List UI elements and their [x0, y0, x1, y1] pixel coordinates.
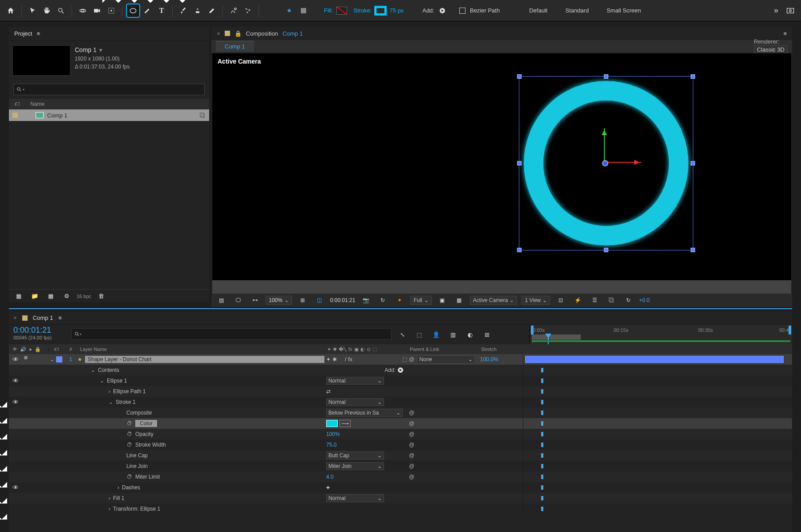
- lock-icon[interactable]: 🔒: [235, 30, 242, 37]
- viewer-comp-link[interactable]: Comp 1: [283, 30, 303, 37]
- twirl-icon[interactable]: ⌄: [50, 356, 54, 363]
- workspace-default[interactable]: Default: [521, 4, 555, 17]
- prop-dashes[interactable]: 👁 ›Dashes +: [9, 482, 792, 493]
- interpret-footage-icon[interactable]: ▦: [12, 290, 25, 302]
- flowchart-icon[interactable]: ⿻: [605, 294, 618, 306]
- stretch-value[interactable]: 100.0%: [478, 356, 523, 363]
- close-tab-icon[interactable]: ×: [217, 30, 220, 37]
- show-snapshot-icon[interactable]: ↻: [376, 294, 389, 306]
- pickwhip-icon[interactable]: @: [409, 410, 414, 416]
- solo-icon[interactable]: [24, 356, 28, 359]
- prop-miter-limit[interactable]: ⏱Miter Limit 4.0 @: [9, 472, 792, 482]
- comp-thumbnail[interactable]: [12, 45, 70, 76]
- hand-tool-icon[interactable]: [40, 4, 53, 17]
- transparency-grid-icon[interactable]: ▦: [453, 294, 465, 306]
- snapping-icon[interactable]: [297, 4, 310, 17]
- prop-stroke[interactable]: 👁 ⌄Stroke 1 Normal⌄: [9, 397, 792, 407]
- flowchart-icon[interactable]: ⿻: [200, 112, 206, 119]
- camera-tool-icon[interactable]: [91, 4, 103, 17]
- col-name-header[interactable]: Name: [30, 101, 44, 107]
- exposure-value[interactable]: +0.0: [639, 297, 650, 303]
- toggle-device-icon[interactable]: 🖵: [232, 294, 244, 306]
- graph-editor-icon[interactable]: ⊞: [481, 328, 493, 341]
- project-panel-title[interactable]: Project: [14, 30, 32, 37]
- magnification-dropdown[interactable]: 100% ⌄: [266, 296, 292, 305]
- motion-blur-icon[interactable]: ◐: [464, 328, 476, 341]
- view-count-dropdown[interactable]: 1 View ⌄: [522, 296, 550, 305]
- bezier-checkbox[interactable]: [459, 8, 465, 14]
- comp-mini-flowchart-icon[interactable]: ⤡: [396, 328, 409, 341]
- frame-blend-icon[interactable]: ▥: [447, 328, 459, 341]
- project-search-input[interactable]: ▾: [13, 84, 205, 95]
- stopwatch-icon[interactable]: ⏱: [126, 420, 133, 427]
- guides-icon[interactable]: ◫: [313, 294, 326, 306]
- eraser-tool-icon[interactable]: [206, 4, 218, 17]
- view-mode-dropdown[interactable]: Active Camera ⌄: [470, 296, 518, 305]
- panel-search-icon[interactable]: [784, 4, 797, 17]
- panel-menu-icon[interactable]: ≡: [36, 30, 40, 37]
- prop-ellipse[interactable]: 👁 ⌄Ellipse 1 Normal⌄: [9, 375, 792, 386]
- blend-mode-dropdown[interactable]: Normal⌄: [326, 377, 384, 385]
- star-icon[interactable]: ★: [283, 4, 295, 17]
- color-swatch[interactable]: [326, 420, 338, 427]
- 3d-switch-icon[interactable]: ⬚: [402, 356, 407, 363]
- selection-tool-icon[interactable]: [26, 4, 39, 17]
- eye-icon[interactable]: 👁: [12, 356, 19, 363]
- prop-fill[interactable]: ›Fill 1 Normal⌄: [9, 493, 792, 504]
- add-play-icon[interactable]: [436, 4, 449, 17]
- add-dash-icon[interactable]: +: [326, 484, 330, 491]
- trash-icon[interactable]: 🗑: [95, 290, 107, 302]
- playhead[interactable]: [548, 334, 549, 344]
- parent-dropdown[interactable]: None⌄: [417, 355, 475, 363]
- new-folder-icon[interactable]: 📁: [28, 290, 41, 302]
- prop-stroke-width[interactable]: ⏱Stroke Width 75.0 @: [9, 439, 792, 450]
- grid-icon[interactable]: ⊞: [296, 294, 309, 306]
- clone-stamp-tool-icon[interactable]: [191, 4, 204, 17]
- layer-duration-bar[interactable]: [525, 356, 784, 363]
- roi-icon[interactable]: ▣: [436, 294, 449, 306]
- stroke-width-value[interactable]: 75 px: [389, 7, 404, 14]
- label-color[interactable]: [56, 356, 62, 363]
- prop-contents[interactable]: ⌄Contents Add:: [9, 365, 792, 375]
- prop-ellipse-path[interactable]: ›Ellipse Path 1 ⇄: [9, 386, 792, 397]
- new-comp-icon[interactable]: ▩: [44, 290, 57, 302]
- draft-3d-icon[interactable]: ⬚: [413, 328, 425, 341]
- prop-opacity[interactable]: ⏱Opacity 100% @: [9, 429, 792, 439]
- timeline-search-input[interactable]: ▾: [71, 328, 392, 340]
- viewport[interactable]: Active Camera: [212, 53, 791, 280]
- work-area[interactable]: [532, 335, 581, 340]
- pickwhip-icon[interactable]: @: [409, 356, 414, 363]
- current-time[interactable]: 0:00:01:21: [330, 297, 356, 303]
- panel-menu-icon[interactable]: ≡: [783, 30, 787, 37]
- snapshot-icon[interactable]: 📷: [360, 294, 372, 306]
- reset-exposure-icon[interactable]: ↻: [622, 294, 635, 306]
- channel-icon[interactable]: ✦: [393, 294, 406, 306]
- constrain-icon[interactable]: ⇄: [326, 388, 331, 395]
- toggle-mask-icon[interactable]: 👓: [249, 294, 261, 306]
- eyedropper-icon[interactable]: ⟿: [340, 420, 351, 427]
- stroke-swatch[interactable]: [375, 7, 386, 15]
- zoom-tool-icon[interactable]: [55, 4, 67, 17]
- puppet-tool-icon[interactable]: [242, 4, 254, 17]
- layer-row[interactable]: 👁 ⌄ 1 ★ Shape Layer - Donut Chart ✦✱/fx⬚…: [9, 354, 792, 365]
- bpc-label[interactable]: 16 bpc: [77, 294, 91, 299]
- toggle-alpha-icon[interactable]: ▤: [215, 294, 227, 306]
- time-ruler[interactable]: 0:00s 00:15s 00:30s 00:4: [530, 325, 792, 344]
- fast-preview-icon[interactable]: ⚡: [571, 294, 584, 306]
- tag-icon[interactable]: 🏷: [14, 101, 20, 107]
- layer-name[interactable]: Shape Layer - Donut Chart: [85, 356, 324, 363]
- home-icon[interactable]: [4, 4, 17, 17]
- overflow-icon[interactable]: »: [770, 4, 782, 17]
- shy-icon[interactable]: 👤: [430, 328, 442, 341]
- orbit-tool-icon[interactable]: [77, 4, 89, 17]
- project-item-row[interactable]: Comp 1 ⿻: [9, 109, 209, 121]
- prop-composite[interactable]: Composite Below Previous in Sa⌄ @: [9, 407, 792, 418]
- resolution-dropdown[interactable]: Full ⌄: [410, 296, 431, 305]
- prop-transform-ellipse[interactable]: ›Transform: Ellipse 1: [9, 504, 792, 514]
- timeline-tab[interactable]: Comp 1: [33, 314, 53, 321]
- prop-line-cap[interactable]: Line Cap Butt Cap⌄ @: [9, 450, 792, 461]
- timeline-current-time[interactable]: 0:00:01:21: [13, 326, 67, 335]
- renderer-dropdown[interactable]: Classic 3D: [754, 45, 788, 54]
- fill-swatch[interactable]: [336, 7, 347, 15]
- timeline-icon[interactable]: ☰: [588, 294, 601, 306]
